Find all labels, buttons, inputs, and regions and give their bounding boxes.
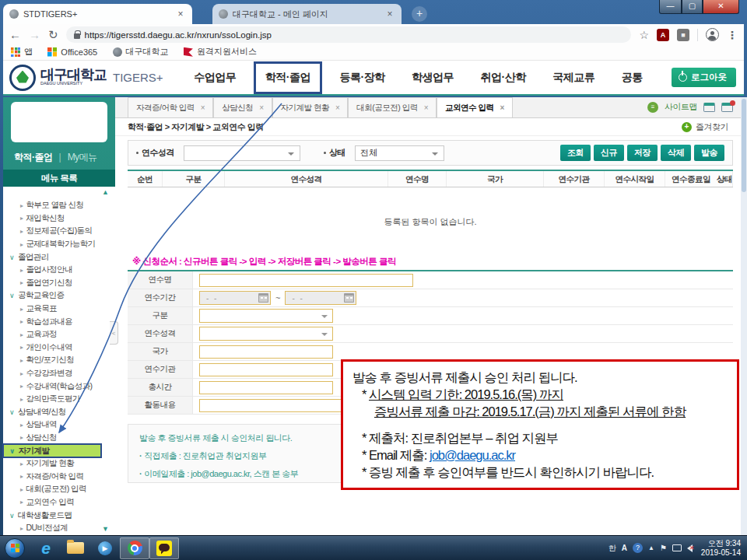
logout-button[interactable]: 로그아웃 (672, 68, 736, 87)
sidebar-menu-item[interactable]: 상담내역 (3, 418, 115, 432)
sitemap-link[interactable]: 사이트맵 (665, 101, 697, 113)
browser-tab[interactable]: STDTIGERS+ × (3, 4, 192, 24)
window-minimize-button[interactable]: — (659, 0, 682, 14)
window-maximize-button[interactable]: ▢ (682, 0, 703, 14)
bookmark-item[interactable]: 원격지원서비스 (184, 46, 257, 58)
start-button[interactable] (5, 538, 25, 558)
new-tab-button[interactable]: + (412, 6, 427, 22)
action-button[interactable]: 발송 (694, 145, 724, 161)
action-center-flag-icon[interactable]: ⚑ (660, 544, 667, 552)
close-all-windows-icon[interactable] (721, 103, 733, 112)
taskbar-mediaplayer-icon[interactable]: ▶ (90, 537, 120, 559)
sidebar-menu-item[interactable]: 교육목표 (3, 303, 115, 316)
back-icon[interactable]: ← (9, 28, 21, 41)
sidebar-menu-item[interactable]: DU비전설계 (3, 522, 115, 535)
sidebar-menu-item[interactable]: 자격증/어학 입력 (3, 470, 115, 483)
sidebar-menu-item[interactable]: 상담내역/신청 (3, 406, 115, 419)
sidebar-tab-active[interactable]: 학적·졸업 (14, 151, 53, 164)
sidebar-menu-item[interactable]: 졸업관리 (3, 250, 115, 264)
sidebar-menu-item[interactable]: 졸업연기신청 (3, 277, 115, 290)
sidebar-menu-item[interactable]: 교육과정 (3, 328, 115, 341)
forward-icon[interactable]: → (29, 28, 40, 41)
sidebar-tab-mymenu[interactable]: My메뉴 (68, 151, 97, 164)
text-input[interactable] (199, 274, 413, 287)
status-select[interactable]: 전체 (355, 145, 444, 161)
text-input[interactable] (199, 345, 333, 359)
calendar-icon[interactable] (258, 293, 268, 303)
nav-item[interactable]: 취업·산학 (472, 64, 535, 92)
nav-item[interactable]: 학생업무 (402, 64, 463, 92)
sidebar-menu-item[interactable]: 강의만족도평가 (3, 393, 115, 406)
ime-korean-indicator[interactable]: 한 (608, 543, 616, 554)
bookmark-star-icon[interactable]: ☆ (639, 29, 649, 41)
nav-item[interactable]: 공통 (612, 64, 652, 92)
grid-header-cell[interactable]: 상태 (717, 171, 733, 187)
menu-scroll-up-icon[interactable]: ▲ (102, 188, 109, 196)
sidebar-menu-item[interactable]: 개인이수내역 (3, 341, 115, 355)
ime-lang-indicator[interactable]: A (622, 544, 627, 552)
profile-icon[interactable] (706, 28, 719, 41)
nav-item[interactable]: 국제교류 (543, 64, 604, 92)
action-button[interactable]: 신규 (594, 145, 624, 161)
address-bar[interactable]: https://tigersstd.daegu.ac.kr/nxrun/ssoL… (66, 26, 632, 43)
sidebar-menu-item[interactable]: 학습성과내용 (3, 315, 115, 328)
open-window-icon[interactable] (703, 103, 715, 112)
taskbar-chrome-icon[interactable] (120, 537, 149, 559)
mdi-tab[interactable]: 교외연수 입력 × (437, 97, 513, 117)
grid-header-cell[interactable]: 연수시작일 (605, 171, 665, 187)
calendar-icon[interactable] (344, 293, 354, 303)
scrollbar-thumb[interactable] (742, 99, 746, 192)
sidebar-menu-item[interactable]: 학부모 열람 신청 (3, 199, 115, 212)
grid-header-cell[interactable]: 구분 (163, 171, 225, 187)
mdi-tab[interactable]: 자격증/어학 입력 × (128, 97, 213, 117)
sidebar-menu-item[interactable]: 졸업사정안내 (3, 264, 115, 277)
grid-header-cell[interactable]: 연수종료일 (665, 171, 717, 187)
sidebar-menu-item[interactable]: 교외연수 입력 (3, 496, 115, 509)
content-scrollbar[interactable] (741, 97, 747, 535)
grid-header-cell[interactable]: 연수성격 (225, 171, 388, 187)
refresh-icon[interactable]: ↻ (48, 28, 58, 42)
bookmark-item[interactable]: Office365 (47, 47, 97, 57)
pdf-extension-icon[interactable]: A (657, 29, 669, 41)
nav-item[interactable]: 학적·졸업 (254, 61, 322, 94)
training-type-select[interactable] (184, 145, 300, 161)
favorite-wrap[interactable]: + 즐겨찾기 (682, 121, 728, 133)
sidebar-collapse-handle[interactable]: < (110, 321, 118, 345)
grid-header-cell[interactable]: 국가 (447, 171, 544, 187)
taskbar-ie-icon[interactable]: e (31, 537, 61, 559)
sidebar-menu-item[interactable]: 자기계발 현황 (3, 457, 115, 471)
nav-item[interactable]: 등록·장학 (330, 64, 394, 92)
sidebar-menu-item[interactable]: 대회(공모전) 입력 (3, 483, 115, 496)
mdi-tab-close-icon[interactable]: × (424, 103, 428, 112)
sidebar-menu-item[interactable]: 정보제공(수집)동의 (3, 225, 115, 238)
select-input[interactable] (199, 309, 333, 323)
grid-header-cell[interactable]: 순번 (128, 171, 163, 187)
extension-icon[interactable]: ■ (677, 29, 689, 41)
sidebar-menu-item[interactable]: 자기계발 (3, 444, 101, 457)
sidebar-menu-item[interactable]: 군제대복학가능학기 (3, 238, 115, 251)
action-button[interactable]: 저장 (627, 145, 658, 161)
university-logo[interactable]: 대구대학교 DAEGU UNIVERSITY TIGERS+ (9, 65, 165, 91)
mdi-tab[interactable]: 상담신청 × (213, 97, 272, 117)
bookmark-item[interactable]: 대구대학교 (113, 46, 169, 58)
menu-scroll-down-icon[interactable]: ▼ (102, 525, 109, 533)
browser-menu-icon[interactable]: ⋮ (727, 29, 738, 41)
tab-close-icon[interactable]: × (384, 9, 395, 19)
volume-muted-icon[interactable] (687, 544, 693, 552)
sidebar-menu-item[interactable]: 대학생활로드맵 (3, 509, 115, 522)
action-button[interactable]: 삭제 (661, 145, 691, 161)
text-input[interactable] (199, 363, 333, 376)
end-date-input[interactable]: - - (285, 291, 356, 305)
sidebar-menu-item[interactable]: 재입학신청 (3, 212, 115, 226)
sidebar-menu-item[interactable]: 수강내역(학습성과) (3, 380, 115, 393)
window-close-button[interactable]: ✕ (703, 0, 739, 14)
sidebar-menu-item[interactable]: 수강강좌변경 (3, 367, 115, 380)
mdi-tab-close-icon[interactable]: × (500, 103, 503, 112)
select-input[interactable] (199, 327, 333, 341)
sidebar-menu-item[interactable]: 공학교육인증 (3, 289, 115, 303)
network-tray-icon[interactable] (672, 544, 682, 551)
email-link[interactable]: job@daegu.ac.kr (430, 448, 515, 462)
taskbar-explorer-icon[interactable] (61, 537, 90, 559)
show-hidden-icons[interactable]: ▲ (648, 544, 654, 551)
sidebar-menu-item[interactable]: 확인/포기신청 (3, 354, 115, 367)
